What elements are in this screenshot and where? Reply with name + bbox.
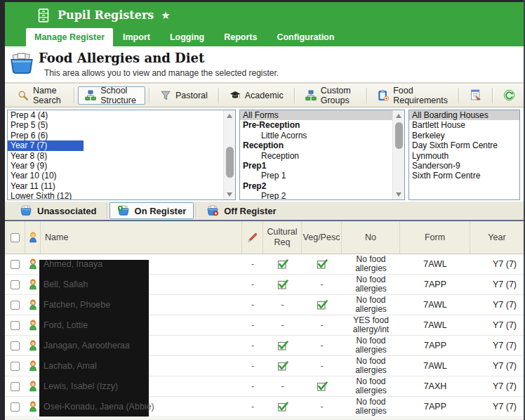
house-item-all-boarding-houses[interactable]: All Boarding Houses [409, 110, 519, 120]
form-item-little-acorns[interactable]: Little Acorns [240, 131, 392, 140]
toolbar-button-label: Custom Groups [321, 86, 357, 105]
row-checkbox[interactable] [11, 341, 20, 350]
pupil-icon [27, 360, 39, 372]
pupil-name: Fatchen, Phoebe [44, 300, 110, 310]
register-tabs: Unassociated On Register Off Register [5, 202, 524, 221]
nav-tab-logging[interactable]: Logging [160, 28, 214, 46]
star-icon[interactable]: ★ [161, 10, 170, 20]
toolbar-button-label: Pastoral [175, 91, 208, 100]
toolbar-button-label: Academic [245, 91, 284, 100]
pupil-icon [27, 381, 39, 392]
column-header-veg: Veg/Pesc [302, 221, 342, 254]
form-cell: 7APP [400, 336, 470, 355]
year-item-year-7-7[interactable]: Year 7 (7) [8, 140, 84, 150]
house-item-bartlett-house[interactable]: Bartlett House [409, 120, 519, 130]
forms-listbox[interactable]: All FormsPre-ReceptionLittle AcornsRecep… [239, 110, 405, 200]
scroll-down-button[interactable] [224, 189, 236, 199]
year-item-lower-sixth-12[interactable]: Lower Sixth (12) [8, 191, 223, 199]
year-cell: Y7 (7) [470, 356, 524, 376]
edit-cell: - [242, 315, 263, 335]
toolbar-button-school-structure[interactable]: School Structure [78, 86, 145, 105]
allergy-status-cell: No food allergies [342, 254, 400, 274]
register-tab-on-register[interactable]: On Register [109, 202, 194, 219]
form-item-all-forms[interactable]: All Forms [240, 110, 392, 120]
row-checkbox[interactable] [11, 402, 20, 412]
toolbar-button-name-search[interactable]: Name Search [11, 86, 70, 105]
person-icon [27, 232, 39, 243]
year-item-year-11-11[interactable]: Year 11 (11) [8, 181, 223, 191]
pupil-icon [27, 340, 39, 351]
year-scrollbar[interactable] [223, 110, 235, 199]
form-cell: 7APP [400, 275, 470, 294]
year-item-year-9-9[interactable]: Year 9 (9) [8, 161, 223, 171]
year-item-year-10-10[interactable]: Year 10 (10) [8, 171, 223, 181]
register-tab-unassociated[interactable]: Unassociated [12, 202, 105, 219]
row-checkbox[interactable] [11, 382, 20, 391]
row-checkbox[interactable] [11, 321, 20, 330]
row-checkbox[interactable] [11, 362, 20, 371]
cultural-req-cell: - [263, 295, 302, 315]
form-item-prep1[interactable]: Prep1 [240, 161, 392, 171]
grid-header: Name Cultural Req Veg/Pesc No Form Year [5, 221, 524, 254]
scroll-down-button[interactable] [393, 189, 405, 199]
nav-tab-reports[interactable]: Reports [214, 28, 267, 46]
house-item-berkeley[interactable]: Berkeley [409, 131, 519, 140]
year-item-prep-4-4[interactable]: Prep 4 (4) [8, 110, 223, 120]
forms-list: All FormsPre-ReceptionLittle AcornsRecep… [240, 110, 392, 199]
boarding-houses-listbox[interactable]: All Boarding HousesBartlett HouseBerkele… [408, 110, 520, 200]
cultural-req-cell [263, 336, 302, 355]
search-icon [18, 90, 29, 101]
allergy-status-cell: YES food allergy/int [342, 315, 400, 335]
year-item-prep-5-5[interactable]: Prep 5 (5) [8, 120, 223, 130]
column-header-pupil [25, 221, 41, 254]
register-tab-off-register[interactable]: Off Register [199, 202, 284, 219]
cultural-req-cell [263, 254, 302, 274]
year-group-listbox[interactable]: Prep 4 (4)Prep 5 (5)Prep 6 (6)Year 7 (7)… [7, 110, 236, 200]
year-item-prep-6-6[interactable]: Prep 6 (6) [8, 131, 223, 140]
form-item-prep2[interactable]: Prep2 [240, 181, 392, 191]
register-icon [8, 51, 35, 77]
scroll-up-button[interactable] [393, 110, 405, 121]
page-subtitle: This area allows you to view and manage … [44, 68, 279, 78]
toolbar-button-refresh-icon[interactable] [496, 86, 522, 105]
filter-panels: Prep 4 (4)Prep 5 (5)Prep 6 (6)Year 7 (7)… [5, 107, 524, 202]
house-item-sixth-form-centre[interactable]: Sixth Form Centre [409, 171, 519, 181]
form-item-prep-1[interactable]: Prep 1 [240, 171, 392, 181]
form-item-reception[interactable]: Reception [240, 151, 392, 161]
forms-scrollbar[interactable] [392, 110, 404, 199]
veg-pesc-cell [302, 254, 342, 274]
toolbar-divider [458, 88, 459, 103]
row-checkbox[interactable] [11, 301, 20, 310]
scroll-thumb[interactable] [395, 122, 403, 149]
nav-tab-manage-register[interactable]: Manage Register [26, 28, 113, 46]
toolbar-divider [218, 88, 219, 103]
toolbar-button-pastoral[interactable]: Pastoral [153, 86, 215, 105]
scroll-thumb[interactable] [226, 147, 234, 178]
scroll-up-button[interactable] [224, 110, 236, 121]
refresh-icon [503, 89, 515, 101]
house-item-lynmouth[interactable]: Lynmouth [409, 151, 519, 161]
row-checkbox[interactable] [11, 260, 20, 269]
nav-tab-import[interactable]: Import [113, 28, 160, 46]
pupil-name: Osei-Konadu, Jaena (Abbie) [44, 402, 154, 412]
app-title-row: Pupil Registers ★ [5, 2, 524, 28]
register-tab-label: Unassociated [37, 206, 97, 216]
nav-tab-configuration[interactable]: Configuration [267, 28, 344, 46]
form-item-prep-2[interactable]: Prep 2 [240, 191, 392, 199]
year-item-year-8-8[interactable]: Year 8 (8) [8, 151, 223, 161]
check-icon [277, 340, 288, 351]
form-item-reception[interactable]: Reception [240, 140, 392, 150]
toolbar-button-food-requirements[interactable]: Food Requirements [371, 86, 455, 105]
select-all-checkbox[interactable] [11, 233, 20, 242]
register-on-icon [117, 204, 130, 217]
house-item-day-sixth-form-centre[interactable]: Day Sixth Form Centre [409, 140, 519, 150]
arrow-up-icon [396, 114, 401, 118]
grid-body: Ahmed, Inaaya - No food allergies 7AWL Y… [5, 254, 524, 418]
toolbar-button-custom-groups[interactable]: Custom Groups [298, 86, 364, 105]
toolbar-button-export-icon[interactable] [463, 86, 489, 105]
toolbar-button-academic[interactable]: Academic [222, 86, 291, 105]
allergy-status-cell: No food allergies [342, 376, 400, 396]
house-item-sanderson-9[interactable]: Sanderson-9 [409, 161, 519, 171]
form-item-pre-reception[interactable]: Pre-Reception [240, 120, 392, 130]
row-checkbox[interactable] [11, 280, 20, 289]
